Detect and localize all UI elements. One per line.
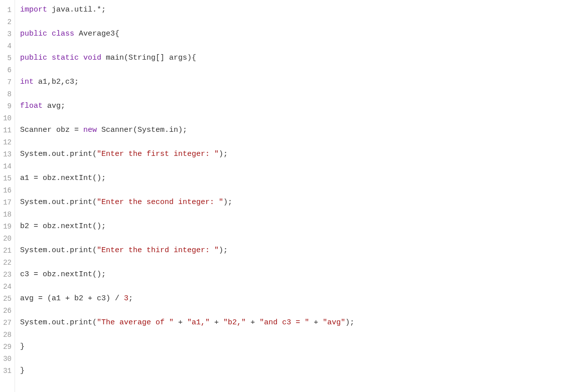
line-number: 3 — [2, 28, 12, 40]
code-token: Scanner obz = — [20, 126, 83, 134]
code-token: class — [52, 30, 74, 38]
code-token: + — [174, 318, 187, 327]
code-line[interactable]: a1 = obz.nextInt(); — [20, 172, 578, 184]
code-line[interactable] — [20, 160, 578, 172]
line-number: 23 — [2, 269, 12, 281]
code-line[interactable] — [20, 88, 578, 100]
line-number: 13 — [2, 148, 12, 160]
line-number: 15 — [2, 172, 12, 184]
line-number: 17 — [2, 197, 12, 209]
line-number: 11 — [2, 124, 12, 136]
code-token: System.out.print( — [20, 198, 97, 207]
code-line[interactable] — [20, 184, 578, 197]
code-token: avg = (a1 + b2 + c3) / — [20, 294, 124, 303]
line-number: 31 — [2, 365, 12, 377]
code-line[interactable] — [20, 112, 578, 124]
line-number: 29 — [2, 341, 12, 353]
code-line[interactable] — [20, 136, 578, 148]
code-token: "Enter the first integer: " — [97, 150, 219, 158]
code-token: public — [20, 54, 47, 62]
code-token: int — [20, 78, 34, 86]
code-token: import — [20, 6, 47, 14]
line-number: 2 — [2, 16, 12, 28]
line-number: 19 — [2, 221, 12, 233]
code-token: + — [309, 318, 323, 327]
code-token: ); — [219, 246, 228, 255]
code-token — [79, 54, 83, 62]
code-token: ); — [345, 318, 354, 327]
code-token: + — [246, 318, 259, 327]
code-token: "and c3 = " — [259, 318, 309, 327]
line-number: 24 — [2, 281, 12, 293]
code-token: + — [210, 318, 223, 327]
code-token: main(String[] args){ — [101, 54, 196, 62]
line-number: 28 — [2, 329, 12, 341]
code-token: float — [20, 102, 43, 110]
code-token: System.out.print( — [20, 246, 97, 255]
code-token: System.out.print( — [20, 318, 97, 327]
code-line[interactable]: } — [20, 341, 578, 353]
code-line[interactable]: import java.util.*; — [20, 4, 578, 16]
code-token — [47, 30, 52, 38]
line-number-gutter: 1234567891011121314151617181920212223242… — [0, 0, 15, 392]
line-number: 16 — [2, 184, 12, 197]
line-number: 9 — [2, 100, 12, 112]
code-token: "a1," — [187, 318, 210, 327]
code-token: "Enter the third integer: " — [97, 246, 219, 255]
code-line[interactable]: System.out.print("The average of " + "a1… — [20, 317, 578, 329]
code-line[interactable]: System.out.print("Enter the first intege… — [20, 148, 578, 160]
code-token: void — [83, 54, 101, 62]
code-line[interactable] — [20, 329, 578, 341]
code-line[interactable] — [20, 64, 578, 76]
code-line[interactable]: System.out.print("Enter the third intege… — [20, 245, 578, 257]
line-number: 25 — [2, 293, 12, 305]
code-token: } — [20, 366, 25, 375]
line-number: 1 — [2, 4, 12, 16]
code-token: ); — [219, 150, 228, 158]
code-token: Scanner(System.in); — [97, 126, 187, 134]
code-line[interactable]: public static void main(String[] args){ — [20, 52, 578, 64]
code-line[interactable] — [20, 257, 578, 269]
code-token: "The average of " — [97, 318, 174, 327]
code-line[interactable] — [20, 209, 578, 221]
code-line[interactable] — [20, 353, 578, 365]
line-number: 5 — [2, 52, 12, 64]
code-line[interactable] — [20, 16, 578, 28]
code-line[interactable]: public class Average3{ — [20, 28, 578, 40]
line-number: 21 — [2, 245, 12, 257]
code-line[interactable]: System.out.print("Enter the second integ… — [20, 197, 578, 209]
line-number: 4 — [2, 40, 12, 52]
line-number: 10 — [2, 112, 12, 124]
code-token: a1 = obz.nextInt(); — [20, 174, 106, 182]
code-line[interactable]: b2 = obz.nextInt(); — [20, 221, 578, 233]
line-number: 14 — [2, 160, 12, 172]
line-number: 18 — [2, 209, 12, 221]
code-token: avg; — [43, 102, 65, 110]
code-line[interactable]: int a1,b2,c3; — [20, 76, 578, 88]
code-token: System.out.print( — [20, 150, 97, 158]
code-line[interactable] — [20, 40, 578, 52]
code-line[interactable] — [20, 305, 578, 317]
line-number: 22 — [2, 257, 12, 269]
code-line[interactable]: } — [20, 365, 578, 377]
code-token: } — [20, 342, 25, 351]
line-number: 8 — [2, 88, 12, 100]
code-token: ); — [223, 198, 232, 207]
line-number: 6 — [2, 64, 12, 76]
code-token: "b2," — [223, 318, 246, 327]
code-token: "avg" — [323, 318, 345, 327]
line-number: 7 — [2, 76, 12, 88]
code-line[interactable]: c3 = obz.nextInt(); — [20, 269, 578, 281]
line-number: 26 — [2, 305, 12, 317]
line-number: 30 — [2, 353, 12, 365]
code-line[interactable] — [20, 281, 578, 293]
code-line[interactable]: avg = (a1 + b2 + c3) / 3; — [20, 293, 578, 305]
code-token: c3 = obz.nextInt(); — [20, 270, 106, 279]
code-token: static — [52, 54, 79, 62]
code-line[interactable]: float avg; — [20, 100, 578, 112]
code-line[interactable]: Scanner obz = new Scanner(System.in); — [20, 124, 578, 136]
code-line[interactable] — [20, 233, 578, 245]
code-token — [47, 54, 52, 62]
code-token: b2 = obz.nextInt(); — [20, 222, 106, 231]
code-editor-area[interactable]: import java.util.*;public class Average3… — [15, 0, 578, 392]
